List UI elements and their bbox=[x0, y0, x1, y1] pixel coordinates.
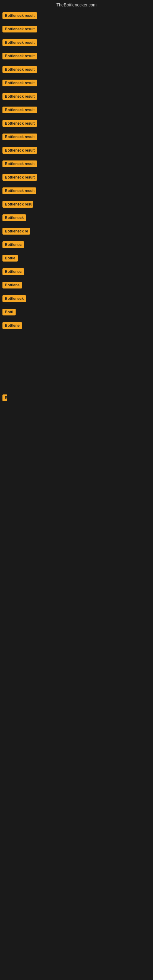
list-item: Bottleneck result bbox=[1, 107, 152, 115]
list-item: Bottleneck result bbox=[1, 188, 152, 196]
list-item-empty bbox=[1, 452, 152, 461]
bottleneck-badge[interactable]: Bottleneck resu bbox=[2, 201, 33, 208]
bottleneck-badge[interactable]: Bottleneck result bbox=[2, 26, 37, 32]
list-item: Bottleneck result bbox=[1, 80, 152, 88]
bottleneck-badge[interactable]: Bottleneck result bbox=[2, 161, 37, 167]
list-item-empty bbox=[1, 380, 152, 389]
items-container: Bottleneck resultBottleneck resultBottle… bbox=[0, 11, 153, 483]
list-item: Bottleneck result bbox=[1, 120, 152, 128]
list-item-empty bbox=[1, 408, 152, 417]
bottleneck-badge[interactable]: Bottleneck result bbox=[2, 107, 37, 113]
site-title: TheBottlenecker.com bbox=[56, 2, 97, 7]
list-item-empty bbox=[1, 336, 152, 345]
list-item: B bbox=[1, 395, 152, 402]
bottleneck-badge[interactable]: Bottleneck result bbox=[2, 66, 37, 73]
bottleneck-badge[interactable]: Bottleneck result bbox=[2, 12, 37, 19]
list-item-empty bbox=[1, 423, 152, 432]
bottleneck-badge[interactable]: Bottleneck result bbox=[2, 52, 37, 59]
bottleneck-badge[interactable]: Bottle bbox=[2, 255, 18, 261]
list-item: Bottleneck result bbox=[1, 147, 152, 155]
list-item: Bottleneck result bbox=[1, 161, 152, 169]
list-item: Bottleneck result bbox=[1, 12, 152, 20]
list-item: Bottlenec bbox=[1, 241, 152, 249]
bottleneck-badge[interactable]: Bottleneck result bbox=[2, 39, 37, 46]
list-item: Bottlene bbox=[1, 282, 152, 290]
bottleneck-badge[interactable]: Bottleneck bbox=[2, 295, 26, 302]
list-item: Bottleneck result bbox=[1, 66, 152, 74]
list-item: Bottlene bbox=[1, 322, 152, 330]
list-item: Bottleneck result bbox=[1, 174, 152, 182]
bottleneck-badge[interactable]: Bottlenec bbox=[2, 241, 24, 248]
list-item-empty bbox=[1, 365, 152, 374]
bottleneck-badge[interactable]: B bbox=[2, 395, 7, 401]
bottleneck-badge[interactable]: Bottleneck result bbox=[2, 134, 37, 140]
list-item: Bottleneck result bbox=[1, 52, 152, 60]
list-item: Bottl bbox=[1, 309, 152, 317]
list-item: Bottleneck result bbox=[1, 39, 152, 47]
list-item: Bottleneck result bbox=[1, 93, 152, 101]
list-item: Bottlenec bbox=[1, 268, 152, 276]
bottleneck-badge[interactable]: Bottleneck re bbox=[2, 228, 30, 235]
site-header: TheBottlenecker.com bbox=[0, 0, 153, 11]
list-item: Bottleneck re bbox=[1, 228, 152, 236]
list-item-empty bbox=[1, 438, 152, 447]
list-item: Bottleneck resu bbox=[1, 201, 152, 209]
bottleneck-badge[interactable]: Bottleneck result bbox=[2, 93, 37, 100]
list-item: Bottleneck bbox=[1, 215, 152, 222]
bottleneck-badge[interactable]: Bottleneck result bbox=[2, 120, 37, 127]
list-item: Bottle bbox=[1, 255, 152, 263]
bottleneck-badge[interactable]: Bottleneck result bbox=[2, 147, 37, 154]
list-item-empty bbox=[1, 467, 152, 476]
list-item: Bottleneck result bbox=[1, 134, 152, 142]
bottleneck-badge[interactable]: Bottleneck result bbox=[2, 174, 37, 181]
bottleneck-badge[interactable]: Bottlenec bbox=[2, 268, 24, 275]
list-item-empty bbox=[1, 350, 152, 360]
bottleneck-badge[interactable]: Bottl bbox=[2, 309, 16, 315]
bottleneck-badge[interactable]: Bottleneck result bbox=[2, 188, 36, 194]
list-item: Bottleneck result bbox=[1, 26, 152, 34]
list-item: Bottleneck bbox=[1, 295, 152, 303]
bottleneck-badge[interactable]: Bottlene bbox=[2, 282, 22, 288]
bottleneck-badge[interactable]: Bottleneck result bbox=[2, 80, 37, 86]
bottleneck-badge[interactable]: Bottlene bbox=[2, 322, 22, 329]
bottleneck-badge[interactable]: Bottleneck bbox=[2, 215, 26, 221]
